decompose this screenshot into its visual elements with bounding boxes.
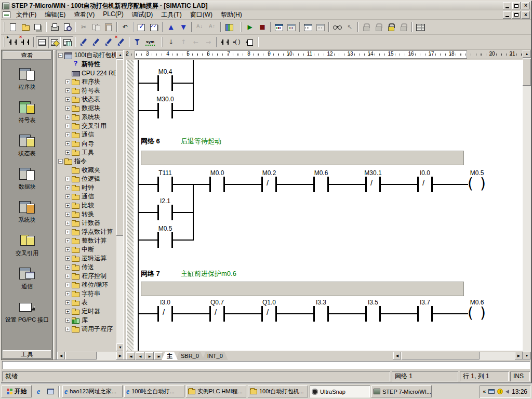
tree-item-5[interactable]: +状态表 <box>57 95 116 104</box>
tree-item-1[interactable]: 新特性 <box>57 60 116 69</box>
editor-vertical-scrollbar[interactable]: ▲ ▼ <box>523 50 531 360</box>
expand-icon[interactable]: + <box>65 141 70 146</box>
close-button[interactable]: × <box>522 2 530 9</box>
goto-left-button[interactable]: ← <box>190 36 202 48</box>
contact-M0.2[interactable]: M0.2/ <box>248 169 290 193</box>
toolbar-grip[interactable] <box>4 22 5 32</box>
contact-M0.5[interactable]: M0.5 <box>144 225 186 249</box>
collapse-icon[interactable]: − <box>58 53 63 58</box>
contact-Q0.7[interactable]: Q0.7/ <box>196 299 238 323</box>
menu-item-2[interactable]: 查看(V) <box>70 9 99 20</box>
navbar-item-3[interactable]: 数据块 <box>2 162 52 195</box>
expand-icon[interactable]: + <box>65 97 70 102</box>
symbol-info-button[interactable]: sym <box>144 36 156 48</box>
contact-I3.5[interactable]: I3.5 <box>352 299 394 323</box>
quick-launch-desktop-icon[interactable] <box>45 387 56 397</box>
unforce-button[interactable] <box>373 21 385 33</box>
expand-icon[interactable]: + <box>65 318 70 323</box>
menu-item-1[interactable]: 编辑(E) <box>41 9 70 20</box>
expand-icon[interactable]: + <box>65 230 70 234</box>
contact-M30.0[interactable]: M30.0 <box>144 96 186 119</box>
tree-item-19[interactable]: +计数器 <box>57 219 116 228</box>
mdi-system-icon[interactable] <box>3 11 10 18</box>
tray-display-icon[interactable] <box>488 389 495 394</box>
toolbar-grip[interactable] <box>241 22 242 32</box>
expand-icon[interactable]: + <box>65 327 70 331</box>
expand-icon[interactable]: + <box>65 106 70 111</box>
mdi-close-button[interactable]: × <box>522 11 530 19</box>
save-button[interactable] <box>32 21 44 33</box>
delete-column-button[interactable]: × <box>115 36 127 48</box>
contact-M30.1[interactable]: M30.1/ <box>352 169 394 193</box>
view-symbols-button[interactable] <box>48 36 61 48</box>
scroll-left-icon[interactable]: ◀ <box>57 352 65 360</box>
expand-icon[interactable]: + <box>65 177 70 181</box>
navbar-item-7[interactable]: 设置 PG/PC 接口 <box>2 295 52 328</box>
navbar-item-5[interactable]: 交叉引用 <box>2 228 52 261</box>
expand-icon[interactable]: + <box>65 115 70 119</box>
contact-I2.1[interactable]: I2.1 <box>144 197 186 221</box>
tree-item-25[interactable]: +程序控制 <box>57 272 116 281</box>
goto-up-button[interactable]: ↑ <box>177 36 190 48</box>
expand-icon[interactable]: + <box>65 291 70 296</box>
tree-item-29[interactable]: +定时器 <box>57 307 116 316</box>
sort-descending-button[interactable] <box>206 21 219 33</box>
menu-item-3[interactable]: PLC(P) <box>99 9 127 20</box>
task-button-2[interactable]: 实例PLC HMI程... <box>186 385 246 397</box>
tab-nav-first-icon[interactable]: |◀ <box>126 352 135 360</box>
scroll-up-icon[interactable]: ▲ <box>523 50 531 58</box>
editor-scroll-thumb[interactable] <box>523 59 531 86</box>
editor-horizontal-scrollbar[interactable]: ◀▶ <box>393 352 523 360</box>
tree-item-0[interactable]: −100t自动打包机新 <box>57 51 116 60</box>
coil-M0.5[interactable]: M0.5() <box>456 169 498 193</box>
navbar-tools-button[interactable]: 工具 <box>3 350 51 358</box>
expand-icon[interactable]: + <box>65 238 70 243</box>
tree-item-4[interactable]: +符号表 <box>57 86 116 95</box>
tree-item-11[interactable]: +工具 <box>57 148 116 157</box>
contact-I3.3[interactable]: I3.3 <box>300 299 342 323</box>
contact-I3.0[interactable]: I3.0/ <box>144 299 186 323</box>
expand-icon[interactable]: + <box>65 185 70 190</box>
pause-chart-status-button[interactable] <box>314 21 327 33</box>
tree-item-31[interactable]: +调用子程序 <box>57 325 116 334</box>
menu-item-4[interactable]: 调试(D) <box>128 9 157 20</box>
copy-button[interactable] <box>90 21 102 33</box>
expand-icon[interactable]: + <box>65 274 70 278</box>
undo-button[interactable]: ↶ <box>119 21 131 33</box>
expand-icon[interactable]: + <box>65 194 70 199</box>
chart-grid-button[interactable] <box>414 21 427 33</box>
tree-item-8[interactable]: +交叉引用 <box>57 122 116 130</box>
upload-button[interactable]: ▲ <box>165 21 177 33</box>
task-button-0[interactable]: ehao123网址之家... <box>62 385 123 397</box>
contact-M0.4[interactable]: M0.4 <box>144 68 186 92</box>
scroll-right-icon[interactable]: ▶ <box>515 352 523 360</box>
menu-item-7[interactable]: 帮助(H) <box>217 9 246 20</box>
tab-nav-last-icon[interactable]: ▶| <box>154 352 163 360</box>
navbar-header-button[interactable]: 查看 <box>3 51 51 60</box>
insert-network-button[interactable]: ▸ <box>7 36 19 48</box>
tree-item-10[interactable]: +向导 <box>57 139 116 148</box>
expand-icon[interactable]: + <box>65 132 70 137</box>
start-button[interactable]: 开始 <box>2 385 32 397</box>
print-preview-button[interactable] <box>61 21 73 33</box>
navbar-item-4[interactable]: 系统块 <box>2 195 52 228</box>
navbar-item-1[interactable]: 符号表 <box>2 95 52 128</box>
view-table-button[interactable] <box>61 36 73 48</box>
compile-button[interactable] <box>136 21 148 33</box>
compile-all-button[interactable] <box>148 21 161 33</box>
expand-icon[interactable]: + <box>65 212 70 217</box>
menu-item-5[interactable]: 工具(T) <box>157 9 185 20</box>
paste-button[interactable] <box>102 21 115 33</box>
navbar-item-2[interactable]: 状态表 <box>2 128 52 162</box>
minimize-button[interactable] <box>503 2 511 9</box>
pou-tab-2[interactable]: INT_0 <box>202 352 228 360</box>
insert-row-button[interactable] <box>77 36 90 48</box>
task-button-4[interactable]: UltraSnap <box>310 385 370 397</box>
contact-I0.0[interactable]: I0.0/ <box>404 169 446 193</box>
collapse-icon[interactable]: − <box>58 159 63 164</box>
tree-item-3[interactable]: +程序块 <box>57 77 116 86</box>
expand-icon[interactable]: + <box>65 283 70 287</box>
goto-right-button[interactable]: → <box>202 36 215 48</box>
options-button[interactable] <box>223 21 235 33</box>
expand-icon[interactable]: + <box>65 88 70 93</box>
